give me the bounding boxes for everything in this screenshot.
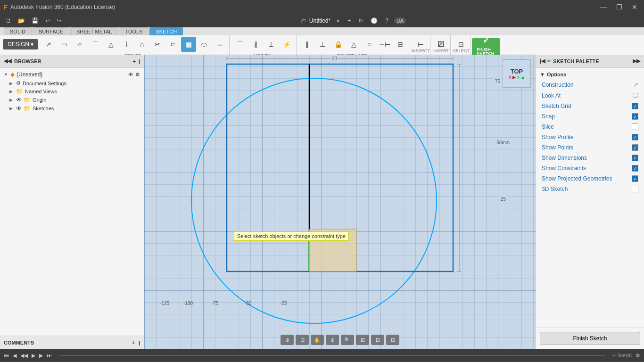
- browser-item-root[interactable]: ▼ ◆ (Unsaved) 👁 ⚙: [0, 70, 144, 79]
- show-dimensions-checkbox[interactable]: ✓: [632, 155, 638, 161]
- measure-icon[interactable]: 🔍: [341, 335, 354, 345]
- palette-option-slice[interactable]: Slice: [536, 122, 644, 132]
- pan-icon[interactable]: ✋: [311, 335, 324, 345]
- lock-constraint[interactable]: 🔒: [330, 37, 346, 52]
- 3d-sketch-checkbox[interactable]: [632, 186, 638, 192]
- user-avatar[interactable]: DA: [394, 17, 406, 25]
- show-points-checkbox[interactable]: ✓: [632, 144, 638, 151]
- tab-sheet-metal[interactable]: SHEET METAL: [70, 27, 118, 35]
- finish-sketch-button[interactable]: ✓ FINISH SKETCH ▾: [472, 38, 500, 56]
- midpoint-constraint[interactable]: ⊟: [393, 37, 408, 52]
- triangle-constraint[interactable]: △: [346, 37, 361, 52]
- palette-option-3d-sketch[interactable]: 3D Sketch: [536, 184, 644, 194]
- tab-sketch[interactable]: SKETCH: [149, 27, 183, 35]
- perp-constraint[interactable]: ⊥: [315, 37, 330, 52]
- palette-option-sketch-grid[interactable]: Sketch Grid ✓: [536, 101, 644, 111]
- palette-options-header[interactable]: ▼ Options: [536, 70, 644, 79]
- palette-option-show-projected[interactable]: Show Projected Geometries ✓: [536, 173, 644, 184]
- finish-sketch-bottom-button[interactable]: Finish Sketch: [540, 332, 640, 345]
- timeline-next[interactable]: ▶: [39, 353, 43, 359]
- browser-item-document-settings[interactable]: ▶ ⚙ Document Settings: [0, 79, 144, 87]
- rectangle-tool[interactable]: ▭: [57, 37, 72, 52]
- history-button[interactable]: 🕐: [369, 16, 380, 25]
- comments-pin-icon[interactable]: |: [139, 340, 140, 346]
- show-constraints-checkbox[interactable]: ✓: [632, 165, 638, 172]
- help-button[interactable]: ?: [383, 16, 390, 25]
- symm-constraint[interactable]: ⊣⊢: [377, 37, 392, 52]
- settings-icon-bottom[interactable]: ⚙: [636, 353, 640, 359]
- comments-add-icon[interactable]: +: [132, 340, 134, 346]
- display-mode-icon[interactable]: ⊞: [356, 335, 369, 345]
- more-icon[interactable]: ⊞: [386, 335, 399, 345]
- sketches-arrow[interactable]: ▶: [9, 106, 14, 111]
- root-expand-arrow[interactable]: ▼: [4, 72, 8, 77]
- spline-tool[interactable]: ⌇: [119, 37, 134, 52]
- palette-option-show-dimensions[interactable]: Show Dimensions ✓: [536, 153, 644, 163]
- arc-tool[interactable]: ⌒: [88, 37, 103, 52]
- project-tool[interactable]: ⊂: [165, 37, 181, 52]
- ellipse-tool[interactable]: ⬭: [197, 37, 212, 52]
- browser-item-sketches[interactable]: ▶ 👁 📁 Sketches: [0, 104, 144, 113]
- show-projected-checkbox[interactable]: ✓: [632, 175, 638, 182]
- slice-checkbox[interactable]: [632, 123, 638, 130]
- fillet-tool[interactable]: ⌒: [232, 37, 248, 52]
- palette-option-show-constraints[interactable]: Show Constraints ✓: [536, 163, 644, 173]
- browser-pin-icon[interactable]: |: [139, 58, 140, 64]
- origin-arrow[interactable]: ▶: [9, 98, 14, 102]
- polygon-tool[interactable]: △: [103, 37, 118, 52]
- palette-expand-icon[interactable]: ▶▶: [633, 58, 640, 64]
- conic-tool[interactable]: ∩: [134, 37, 149, 52]
- tab-solid[interactable]: SOLID: [4, 27, 32, 35]
- browser-item-named-views[interactable]: ▶ 📁 Named Views: [0, 87, 144, 96]
- add-tab-button[interactable]: +: [346, 16, 353, 25]
- close-tab-button[interactable]: ✕: [334, 17, 342, 25]
- root-visibility-icon[interactable]: 👁: [128, 72, 133, 77]
- sketch-grid-checkbox[interactable]: ✓: [632, 103, 638, 109]
- root-settings-icon[interactable]: ⚙: [135, 72, 140, 78]
- undo-button[interactable]: ↩: [43, 16, 52, 25]
- named-views-arrow[interactable]: ▶: [9, 89, 14, 94]
- browser-item-origin[interactable]: ▶ 👁 📁 Origin: [0, 96, 144, 104]
- sketch-active-tool[interactable]: ▦: [181, 37, 196, 52]
- trim-modify-tool[interactable]: ∦: [248, 37, 263, 52]
- circle-tool[interactable]: ○: [72, 37, 87, 52]
- new-button[interactable]: 🗋: [4, 16, 13, 25]
- tangent-constraint[interactable]: ○: [362, 37, 377, 52]
- timeline-last[interactable]: ⏭: [47, 353, 52, 358]
- restore-button[interactable]: ❐: [613, 2, 625, 12]
- palette-collapse-icon[interactable]: |◀: [540, 58, 545, 64]
- timeline-play-back[interactable]: ◀◀: [20, 353, 28, 359]
- zoom-fit-icon[interactable]: ⊡: [296, 335, 309, 345]
- palette-option-show-points[interactable]: Show Points ✓: [536, 142, 644, 153]
- browser-collapse-icon[interactable]: ◀◀: [4, 58, 11, 64]
- break-tool[interactable]: ⚡: [279, 37, 294, 52]
- zoom-icon[interactable]: ⊕: [326, 335, 339, 345]
- close-button[interactable]: ✕: [629, 2, 640, 12]
- timeline-prev[interactable]: ◀: [13, 353, 17, 359]
- show-profile-checkbox[interactable]: ✓: [632, 134, 638, 140]
- tab-tools[interactable]: TOOLS: [119, 27, 149, 35]
- view-cube[interactable]: TOP X ▶ Y ▲: [503, 59, 531, 88]
- save-button[interactable]: 💾: [30, 16, 41, 25]
- open-button[interactable]: 📂: [16, 16, 27, 25]
- palette-option-show-profile[interactable]: Show Profile ✓: [536, 132, 644, 142]
- offset-tool[interactable]: ═: [212, 37, 227, 52]
- snap-checkbox[interactable]: ✓: [632, 113, 638, 120]
- palette-option-snap[interactable]: Snap ✓: [536, 111, 644, 122]
- trim-tool[interactable]: ✂: [150, 37, 165, 52]
- timeline-first[interactable]: ⏮: [4, 353, 9, 358]
- design-dropdown[interactable]: DESIGN ▾: [3, 39, 38, 49]
- palette-option-construction[interactable]: Construction ↗: [536, 79, 644, 90]
- timeline-play[interactable]: ▶: [32, 353, 35, 359]
- grid-icon[interactable]: ⊟: [371, 335, 384, 345]
- extend-tool[interactable]: ⊥: [264, 37, 279, 52]
- palette-option-look-at[interactable]: Look At 🖵: [536, 90, 644, 101]
- doc-settings-arrow[interactable]: ▶: [9, 81, 14, 86]
- viewport[interactable]: 20 75 56mm 25 -125 -100 -75 -50 -25 Sele…: [144, 55, 536, 349]
- redo-button[interactable]: ↪: [55, 16, 63, 25]
- line-tool[interactable]: ↗: [41, 37, 56, 52]
- tab-surface[interactable]: SURFACE: [33, 27, 69, 35]
- minimize-button[interactable]: —: [597, 2, 610, 12]
- browser-add-icon[interactable]: +: [132, 58, 135, 64]
- parallel-constraint[interactable]: ∥: [299, 37, 314, 52]
